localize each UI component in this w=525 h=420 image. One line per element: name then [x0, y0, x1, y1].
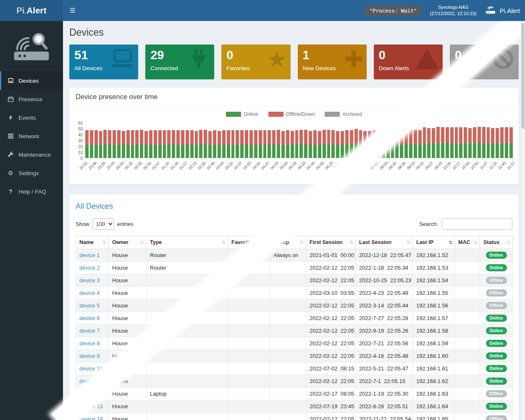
column-header-status[interactable]: Status⇅	[480, 236, 513, 249]
scrollbar-thumb[interactable]	[521, 23, 525, 129]
y-tick-label: 50	[78, 127, 83, 131]
cell-favorite	[228, 287, 270, 299]
column-header-name[interactable]: Name⇅	[76, 236, 109, 249]
presence-bar	[218, 131, 221, 158]
presence-bar	[167, 130, 171, 158]
x-tick-label: 04:10	[252, 161, 261, 171]
x-tick-label: 10:00	[442, 161, 452, 171]
presence-bar	[450, 127, 454, 158]
navbar-brand-right[interactable]: Pi.Alert	[485, 6, 520, 16]
cell-name: device 10	[76, 362, 109, 375]
scrollbar[interactable]	[521, 21, 525, 420]
x-tick-label: 06:57	[342, 161, 352, 171]
cell-mac	[455, 274, 480, 287]
column-header-type[interactable]: Type⇅	[147, 236, 228, 249]
entries-select[interactable]: 100	[92, 218, 114, 230]
cell-group	[270, 400, 306, 413]
device-link[interactable]: device 3	[79, 277, 100, 284]
cell-last-session: 2022-7-21 22:05.56	[356, 337, 413, 350]
device-link[interactable]: device 12	[79, 391, 103, 397]
device-link[interactable]: device 2	[79, 265, 100, 271]
cell-owner: House	[109, 350, 147, 362]
table-row: device 11House2022-02-12 22:052022-7-1 2…	[76, 375, 513, 388]
sidebar-item-devices[interactable]: Devices	[0, 71, 63, 90]
presence-bar	[281, 131, 285, 158]
device-link[interactable]: device 4	[79, 290, 100, 296]
navbar-brand-right-label: Pi.Alert	[500, 7, 520, 14]
cell-last-session: 2022-10-25 22:05.23	[356, 274, 413, 287]
x-tick-label: 10:50	[470, 161, 479, 171]
column-header-last-session[interactable]: Last Session⇅	[356, 236, 413, 249]
device-link[interactable]: device 1	[79, 252, 100, 258]
presence-bar	[158, 130, 162, 158]
presence-bar	[254, 130, 257, 158]
warning-icon	[415, 48, 439, 71]
cell-favorite	[228, 249, 270, 262]
search-input[interactable]	[442, 218, 512, 230]
card-connected[interactable]: 29Connected	[145, 45, 214, 79]
card-all-devices[interactable]: 51All Devices	[69, 45, 138, 79]
device-link[interactable]: device 11	[79, 378, 102, 384]
sidebar-item-settings[interactable]: ⚙Settings	[0, 164, 63, 182]
column-header-group[interactable]: Group⇅	[270, 236, 306, 249]
y-tick-label: 20	[78, 144, 83, 149]
device-link[interactable]: device 6	[79, 315, 100, 321]
cell-mac	[455, 413, 480, 420]
calendar-icon	[7, 96, 14, 102]
device-link[interactable]: device 7	[79, 328, 100, 334]
presence-bar	[414, 130, 417, 158]
presence-bar	[154, 130, 157, 158]
sidebar-item-maintenance[interactable]: Maintenance	[0, 145, 63, 164]
card-new-devices[interactable]: 1New Devices✚	[298, 45, 367, 79]
presence-bar	[199, 130, 202, 158]
sidebar-item-label: Network	[18, 133, 39, 139]
presence-bar	[441, 127, 444, 158]
table-row: device 1HouseRouterAlways on2021-01-01 0…	[76, 249, 513, 262]
device-link[interactable]: device 14	[79, 416, 103, 420]
sort-icon: ⇅	[507, 240, 510, 245]
cell-name: device 1	[76, 249, 109, 262]
x-tick-label: 09:10	[415, 161, 425, 171]
x-tick-label: 03:53	[242, 161, 252, 171]
column-header-first-session[interactable]: First Session⇅	[306, 236, 356, 249]
cell-status: Online	[480, 262, 513, 274]
sidebar-item-help-faq[interactable]: ?Help / FAQ	[0, 182, 63, 201]
sidebar-item-presence[interactable]: Presence	[0, 90, 63, 108]
cell-last-ip: 192.168.1.59	[413, 337, 455, 350]
device-link[interactable]: device 10	[79, 365, 103, 372]
card-archived[interactable]: 0Archived	[450, 45, 519, 79]
sidebar-item-label: Devices	[18, 78, 39, 84]
entries-label: entries	[117, 221, 134, 227]
sidebar-item-events[interactable]: Events	[0, 108, 63, 127]
table-row: device 13House2022-07-19 23:452022-8-28 …	[76, 400, 513, 413]
cell-first-session: 2022-02-12 22:05	[306, 262, 356, 274]
presence-bar	[368, 131, 371, 158]
column-header-owner[interactable]: Owner⇅	[109, 236, 147, 249]
presence-bar	[268, 130, 271, 158]
device-link[interactable]: device 5	[79, 302, 100, 309]
brand-logo[interactable]: Pi.Alert	[0, 0, 63, 21]
cell-first-session: 2022-02-12 22:05	[306, 375, 356, 388]
table-row: device 3House2022-02-12 22:052022-10-25 …	[76, 274, 513, 287]
cell-last-ip: 192.168.1.55	[413, 287, 455, 299]
cell-type: Router	[147, 262, 228, 274]
sidebar-item-network[interactable]: Network	[0, 127, 63, 145]
hamburger-icon[interactable]: ☰	[63, 7, 82, 14]
status-badge: Offline	[486, 277, 507, 284]
card-down-alerts[interactable]: 0Down Alerts	[374, 45, 443, 79]
search-label: Search:	[419, 221, 438, 227]
presence-bar	[309, 131, 312, 158]
cell-last-session: 2022-9-19 22:05.26	[356, 325, 413, 337]
column-header-last-ip[interactable]: Last IP⇅	[413, 236, 455, 249]
device-link[interactable]: device 9	[79, 353, 100, 359]
x-tick-label: 07:13	[352, 161, 361, 171]
card-favorites[interactable]: 0Favorites★	[221, 45, 290, 79]
x-tick-label: 10:17	[452, 161, 461, 171]
x-tick-label: 08:03	[379, 161, 388, 171]
table-row: device 8House2022-02-12 22:052022-7-21 2…	[76, 337, 513, 350]
device-link[interactable]: device 13	[79, 403, 103, 410]
column-header-mac[interactable]: MAC⇅	[455, 236, 480, 249]
devices-table: Name⇅Owner⇅Type⇅Favorite⇅Group⇅First Ses…	[76, 236, 513, 420]
device-link[interactable]: device 8	[79, 340, 100, 346]
column-header-favorite[interactable]: Favorite⇅	[228, 236, 270, 249]
